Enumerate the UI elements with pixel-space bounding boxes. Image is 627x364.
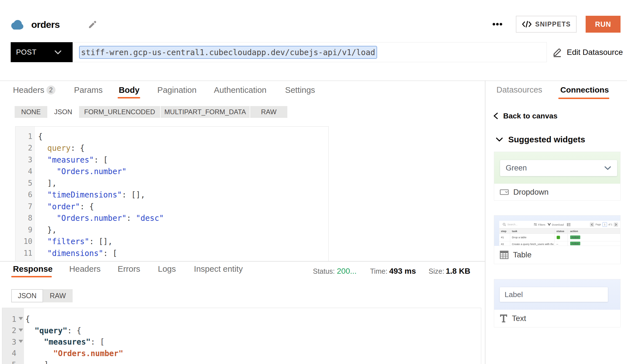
line-number: 3 [2,338,16,346]
code-token: ], [38,179,57,188]
table-cell: Drop a table [512,236,554,239]
table-widget-icon [500,250,509,259]
more-options-icon[interactable] [492,22,503,26]
body-type-form-urlencoded[interactable]: FORM_URLENCODED [79,106,161,118]
line-number: 7 [15,202,32,211]
run-button[interactable]: RUN [586,16,621,33]
code-token: { [38,132,43,141]
collapse-arrow-icon[interactable] [19,329,23,332]
widget-label: Table [513,250,532,259]
column-divider [510,228,510,246]
columns-icon [567,223,570,226]
response-tab-errors[interactable]: Errors [118,264,140,273]
code-text: "measures": [ [25,337,104,346]
suggested-widgets-header[interactable]: Suggested widgets [496,134,585,145]
table-cell: Create a query fetch_users with the M [512,242,554,246]
back-to-canvas-link[interactable]: Back to canvas [493,111,557,120]
dropdown-widget-preview: Green [494,152,620,184]
code-text: "filters": [], [38,237,113,246]
line-number: 3 [15,156,32,164]
widget-card-table[interactable]: Search... Filters [494,215,621,264]
chevron-down-icon [55,50,61,54]
body-type-none[interactable]: NONE [15,106,48,118]
editor-line: 2 query: { [15,142,325,154]
code-text: ], [38,179,57,188]
request-body-editor[interactable]: 1{ 2 query: { 3 "measures": [ 4 "Orders.… [15,126,329,262]
line-number: 4 [15,167,32,176]
code-text: query: { [38,143,85,152]
edit-name-pencil-icon[interactable] [88,20,97,29]
search-icon [503,223,506,226]
code-text: "Orders.number": "desc" [38,214,164,223]
code-text: "order": { [38,202,94,211]
code-text: "measures": [ [38,155,108,164]
datasource-cloud-icon [11,20,23,30]
response-divider [0,261,485,262]
tab-authentication[interactable]: Authentication [214,85,267,95]
code-token: : { [67,326,81,335]
code-icon [522,21,532,28]
tab-settings[interactable]: Settings [285,85,315,95]
page-label: Page [595,223,601,226]
chevron-left-icon [493,113,498,119]
response-format-raw[interactable]: RAW [43,289,73,302]
code-text: "Orders.number" [25,349,123,358]
response-tab-logs[interactable]: Logs [158,264,176,273]
filters-icon [534,223,537,226]
tab-body[interactable]: Body [119,85,140,95]
widget-card-text[interactable]: Label Text [494,279,621,327]
response-line: 2 "query": { [2,325,478,336]
table-preview-thumbnail: Search... Filters [499,221,620,246]
code-token: "measures" [38,155,94,164]
snippets-label: SNIPPETS [535,21,571,28]
code-text: "query": { [25,326,81,335]
sidebar-tab-datasources[interactable]: Datasources [496,85,542,94]
line-number: 8 [15,214,32,222]
column-divider [568,228,568,246]
line-number: 5 [15,179,32,187]
response-line: 4 "Orders.number" [2,348,478,359]
edit-datasource-button[interactable]: Edit Datasource [553,42,623,62]
dropdown-widget-footer: Dropdown [494,184,620,200]
table-cell: #1 [501,236,504,239]
code-token: "Orders.number" [38,214,127,223]
code-token: "desc" [136,214,164,223]
response-line: 5 ] [2,359,478,364]
response-format-json[interactable]: JSON [11,289,43,302]
response-tab-headers[interactable]: Headers [69,264,101,273]
code-text: { [38,132,43,141]
response-tab-response[interactable]: Response [13,264,53,273]
tab-pagination[interactable]: Pagination [157,85,196,95]
column-divider [554,228,555,246]
response-tab-inspect-entity[interactable]: Inspect entity [194,264,243,273]
prev-page-icon [590,223,594,227]
collapse-arrow-icon[interactable] [19,340,23,343]
http-method-select[interactable]: POST [11,42,73,62]
tab-params[interactable]: Params [74,85,103,95]
code-token: query [38,143,71,152]
code-token: { [25,314,30,323]
input-value: Label [505,290,523,299]
collapse-arrow-icon[interactable] [19,317,23,320]
sidebar-tab-connections[interactable]: Connections [560,85,609,94]
widget-label: Dropdown [513,188,548,197]
line-number: 11 [15,249,32,257]
code-token: : [ [103,249,117,258]
body-type-json[interactable]: JSON [48,106,79,118]
response-body-viewer[interactable]: 1{ 2 "query": { 3 "measures": [ 4 "Order… [2,308,481,364]
code-token: "timeDimensions" [38,190,122,199]
table-pagination: Page 1 of 1 [590,222,618,227]
body-type-raw[interactable]: RAW [250,106,287,118]
code-token: }, [38,225,57,234]
page-of-label: of 1 [608,223,612,226]
snippets-button[interactable]: SNIPPETS [516,16,577,33]
time-value: 493 ms [389,267,416,275]
editor-line: 4 "Orders.number" [15,166,325,177]
widget-card-dropdown[interactable]: Green Dropdown [494,152,621,201]
search-placeholder: Search... [507,223,518,226]
body-type-multipart-form-data[interactable]: MULTIPART_FORM_DATA [161,106,250,118]
url-input[interactable]: stiff-wren.gcp-us-central1.cubecloudapp.… [73,42,547,62]
code-token: "filters" [38,237,89,246]
tab-headers[interactable]: Headers [13,85,44,95]
editor-line: 7 "order": { [15,201,325,212]
